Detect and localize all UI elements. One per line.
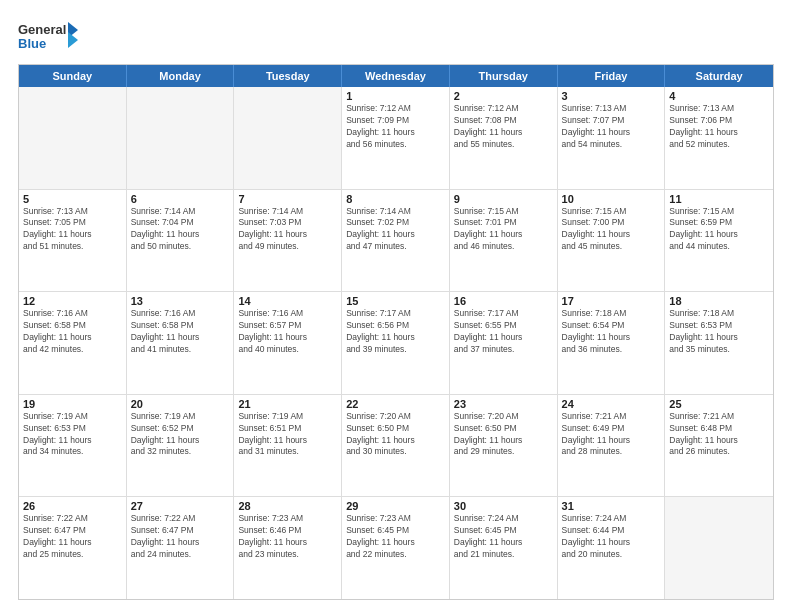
day-cell-18: 18Sunrise: 7:18 AMSunset: 6:53 PMDayligh… xyxy=(665,292,773,394)
svg-text:Blue: Blue xyxy=(18,36,46,51)
day-info-14: Sunrise: 7:16 AMSunset: 6:57 PMDaylight:… xyxy=(238,308,337,356)
calendar-body: 1Sunrise: 7:12 AMSunset: 7:09 PMDaylight… xyxy=(19,87,773,599)
day-info-1: Sunrise: 7:12 AMSunset: 7:09 PMDaylight:… xyxy=(346,103,445,151)
day-cell-11: 11Sunrise: 7:15 AMSunset: 6:59 PMDayligh… xyxy=(665,190,773,292)
day-info-27: Sunrise: 7:22 AMSunset: 6:47 PMDaylight:… xyxy=(131,513,230,561)
day-info-10: Sunrise: 7:15 AMSunset: 7:00 PMDaylight:… xyxy=(562,206,661,254)
header-tuesday: Tuesday xyxy=(234,65,342,87)
day-cell-28: 28Sunrise: 7:23 AMSunset: 6:46 PMDayligh… xyxy=(234,497,342,599)
day-info-26: Sunrise: 7:22 AMSunset: 6:47 PMDaylight:… xyxy=(23,513,122,561)
day-cell-23: 23Sunrise: 7:20 AMSunset: 6:50 PMDayligh… xyxy=(450,395,558,497)
day-info-7: Sunrise: 7:14 AMSunset: 7:03 PMDaylight:… xyxy=(238,206,337,254)
page: General Blue SundayMondayTuesdayWednesda… xyxy=(0,0,792,612)
day-number-21: 21 xyxy=(238,398,337,410)
day-info-16: Sunrise: 7:17 AMSunset: 6:55 PMDaylight:… xyxy=(454,308,553,356)
empty-cell-w1-d0 xyxy=(19,87,127,189)
week-1: 1Sunrise: 7:12 AMSunset: 7:09 PMDaylight… xyxy=(19,87,773,190)
day-cell-27: 27Sunrise: 7:22 AMSunset: 6:47 PMDayligh… xyxy=(127,497,235,599)
day-info-13: Sunrise: 7:16 AMSunset: 6:58 PMDaylight:… xyxy=(131,308,230,356)
calendar-header-row: SundayMondayTuesdayWednesdayThursdayFrid… xyxy=(19,65,773,87)
day-number-31: 31 xyxy=(562,500,661,512)
day-number-10: 10 xyxy=(562,193,661,205)
logo: General Blue xyxy=(18,18,78,56)
header: General Blue xyxy=(18,18,774,56)
day-info-11: Sunrise: 7:15 AMSunset: 6:59 PMDaylight:… xyxy=(669,206,769,254)
day-number-23: 23 xyxy=(454,398,553,410)
day-info-2: Sunrise: 7:12 AMSunset: 7:08 PMDaylight:… xyxy=(454,103,553,151)
day-number-25: 25 xyxy=(669,398,769,410)
day-number-13: 13 xyxy=(131,295,230,307)
day-info-9: Sunrise: 7:15 AMSunset: 7:01 PMDaylight:… xyxy=(454,206,553,254)
day-number-6: 6 xyxy=(131,193,230,205)
day-cell-22: 22Sunrise: 7:20 AMSunset: 6:50 PMDayligh… xyxy=(342,395,450,497)
day-info-12: Sunrise: 7:16 AMSunset: 6:58 PMDaylight:… xyxy=(23,308,122,356)
header-monday: Monday xyxy=(127,65,235,87)
day-number-8: 8 xyxy=(346,193,445,205)
day-number-15: 15 xyxy=(346,295,445,307)
day-info-15: Sunrise: 7:17 AMSunset: 6:56 PMDaylight:… xyxy=(346,308,445,356)
day-cell-2: 2Sunrise: 7:12 AMSunset: 7:08 PMDaylight… xyxy=(450,87,558,189)
day-info-22: Sunrise: 7:20 AMSunset: 6:50 PMDaylight:… xyxy=(346,411,445,459)
day-number-18: 18 xyxy=(669,295,769,307)
day-info-25: Sunrise: 7:21 AMSunset: 6:48 PMDaylight:… xyxy=(669,411,769,459)
day-number-20: 20 xyxy=(131,398,230,410)
day-cell-15: 15Sunrise: 7:17 AMSunset: 6:56 PMDayligh… xyxy=(342,292,450,394)
day-cell-9: 9Sunrise: 7:15 AMSunset: 7:01 PMDaylight… xyxy=(450,190,558,292)
day-info-21: Sunrise: 7:19 AMSunset: 6:51 PMDaylight:… xyxy=(238,411,337,459)
day-info-24: Sunrise: 7:21 AMSunset: 6:49 PMDaylight:… xyxy=(562,411,661,459)
day-info-31: Sunrise: 7:24 AMSunset: 6:44 PMDaylight:… xyxy=(562,513,661,561)
empty-cell-w1-d2 xyxy=(234,87,342,189)
empty-cell-w1-d1 xyxy=(127,87,235,189)
week-4: 19Sunrise: 7:19 AMSunset: 6:53 PMDayligh… xyxy=(19,395,773,498)
day-number-17: 17 xyxy=(562,295,661,307)
day-cell-13: 13Sunrise: 7:16 AMSunset: 6:58 PMDayligh… xyxy=(127,292,235,394)
day-info-19: Sunrise: 7:19 AMSunset: 6:53 PMDaylight:… xyxy=(23,411,122,459)
day-cell-10: 10Sunrise: 7:15 AMSunset: 7:00 PMDayligh… xyxy=(558,190,666,292)
day-info-6: Sunrise: 7:14 AMSunset: 7:04 PMDaylight:… xyxy=(131,206,230,254)
day-info-17: Sunrise: 7:18 AMSunset: 6:54 PMDaylight:… xyxy=(562,308,661,356)
day-number-4: 4 xyxy=(669,90,769,102)
day-info-28: Sunrise: 7:23 AMSunset: 6:46 PMDaylight:… xyxy=(238,513,337,561)
day-cell-1: 1Sunrise: 7:12 AMSunset: 7:09 PMDaylight… xyxy=(342,87,450,189)
day-number-22: 22 xyxy=(346,398,445,410)
day-cell-29: 29Sunrise: 7:23 AMSunset: 6:45 PMDayligh… xyxy=(342,497,450,599)
day-cell-6: 6Sunrise: 7:14 AMSunset: 7:04 PMDaylight… xyxy=(127,190,235,292)
day-cell-3: 3Sunrise: 7:13 AMSunset: 7:07 PMDaylight… xyxy=(558,87,666,189)
day-cell-26: 26Sunrise: 7:22 AMSunset: 6:47 PMDayligh… xyxy=(19,497,127,599)
day-number-5: 5 xyxy=(23,193,122,205)
day-cell-8: 8Sunrise: 7:14 AMSunset: 7:02 PMDaylight… xyxy=(342,190,450,292)
day-number-19: 19 xyxy=(23,398,122,410)
header-saturday: Saturday xyxy=(665,65,773,87)
day-number-1: 1 xyxy=(346,90,445,102)
day-number-11: 11 xyxy=(669,193,769,205)
day-number-28: 28 xyxy=(238,500,337,512)
day-number-26: 26 xyxy=(23,500,122,512)
day-cell-14: 14Sunrise: 7:16 AMSunset: 6:57 PMDayligh… xyxy=(234,292,342,394)
header-thursday: Thursday xyxy=(450,65,558,87)
header-sunday: Sunday xyxy=(19,65,127,87)
header-friday: Friday xyxy=(558,65,666,87)
day-cell-16: 16Sunrise: 7:17 AMSunset: 6:55 PMDayligh… xyxy=(450,292,558,394)
day-info-20: Sunrise: 7:19 AMSunset: 6:52 PMDaylight:… xyxy=(131,411,230,459)
day-info-23: Sunrise: 7:20 AMSunset: 6:50 PMDaylight:… xyxy=(454,411,553,459)
week-3: 12Sunrise: 7:16 AMSunset: 6:58 PMDayligh… xyxy=(19,292,773,395)
day-number-14: 14 xyxy=(238,295,337,307)
week-2: 5Sunrise: 7:13 AMSunset: 7:05 PMDaylight… xyxy=(19,190,773,293)
day-cell-25: 25Sunrise: 7:21 AMSunset: 6:48 PMDayligh… xyxy=(665,395,773,497)
day-cell-4: 4Sunrise: 7:13 AMSunset: 7:06 PMDaylight… xyxy=(665,87,773,189)
day-cell-21: 21Sunrise: 7:19 AMSunset: 6:51 PMDayligh… xyxy=(234,395,342,497)
day-cell-30: 30Sunrise: 7:24 AMSunset: 6:45 PMDayligh… xyxy=(450,497,558,599)
day-number-24: 24 xyxy=(562,398,661,410)
svg-marker-3 xyxy=(68,32,78,48)
svg-text:General: General xyxy=(18,22,66,37)
day-number-27: 27 xyxy=(131,500,230,512)
day-info-30: Sunrise: 7:24 AMSunset: 6:45 PMDaylight:… xyxy=(454,513,553,561)
header-wednesday: Wednesday xyxy=(342,65,450,87)
day-number-16: 16 xyxy=(454,295,553,307)
day-info-29: Sunrise: 7:23 AMSunset: 6:45 PMDaylight:… xyxy=(346,513,445,561)
day-info-5: Sunrise: 7:13 AMSunset: 7:05 PMDaylight:… xyxy=(23,206,122,254)
day-number-7: 7 xyxy=(238,193,337,205)
day-cell-5: 5Sunrise: 7:13 AMSunset: 7:05 PMDaylight… xyxy=(19,190,127,292)
day-number-29: 29 xyxy=(346,500,445,512)
day-number-9: 9 xyxy=(454,193,553,205)
